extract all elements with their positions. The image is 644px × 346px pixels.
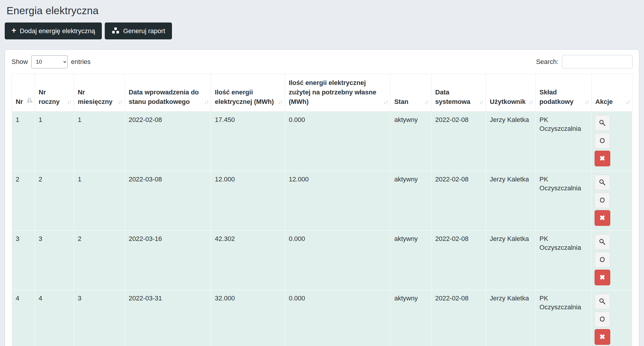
cell: PK Oczyszczalnia <box>535 111 591 171</box>
datatable-controls: Show 10 entries Search: <box>12 55 632 68</box>
cell: 2 <box>35 171 74 230</box>
plus-icon: + <box>12 27 16 35</box>
cell: 1 <box>74 171 125 230</box>
delete-button[interactable]: ✖ <box>595 210 610 226</box>
cell: 2022-02-08 <box>431 111 486 171</box>
actions-cell: ✖ <box>591 230 632 290</box>
cell: 0.000 <box>285 111 390 171</box>
cell: 1 <box>74 111 125 171</box>
cell: 42.302 <box>211 230 285 290</box>
cell: 12.000 <box>211 171 285 230</box>
add-energy-label: Dodaj energię elektryczną <box>20 27 95 35</box>
generate-report-label: Generuj raport <box>123 27 165 35</box>
sort-icon <box>118 98 122 106</box>
table-row: 4432022-03-3132.0000.000aktywny2022-02-0… <box>12 290 632 346</box>
cell: 4 <box>35 290 74 346</box>
column-header-sklad-podatkowy[interactable]: Skład podatkowy <box>535 74 591 112</box>
column-header-nr[interactable]: Nr <box>12 74 35 112</box>
table-row: 2212022-03-0812.00012.000aktywny2022-02-… <box>12 171 632 230</box>
magnifier-icon <box>598 238 606 246</box>
search-control: Search: <box>536 55 632 68</box>
x-icon: ✖ <box>599 215 605 221</box>
actions-cell: ✖ <box>591 111 632 171</box>
sort-icon <box>479 98 483 106</box>
cell: 2022-02-08 <box>431 290 486 346</box>
sort-icon <box>529 98 533 106</box>
x-icon: ✖ <box>599 274 605 281</box>
table-body: 1112022-02-0817.4500.000aktywny2022-02-0… <box>12 111 632 346</box>
search-label: Search: <box>536 58 558 66</box>
view-button[interactable] <box>595 294 610 309</box>
magnifier-icon <box>598 119 606 127</box>
cell: 32.000 <box>211 290 285 346</box>
cell: aktywny <box>390 230 431 290</box>
page-length-control: Show 10 entries <box>12 55 91 68</box>
cubes-icon <box>112 27 120 35</box>
sort-icon <box>204 98 208 106</box>
column-header-ilosc-zuzytej[interactable]: Ilość energii elektrycznej zużytej na po… <box>285 74 390 112</box>
energy-table: Nr Nr roczny Nr miesięczny Data wprowadz… <box>12 74 632 346</box>
table-header-row: Nr Nr roczny Nr miesięczny Data wprowadz… <box>12 74 632 112</box>
table-row: 1112022-02-0817.4500.000aktywny2022-02-0… <box>12 111 632 171</box>
add-energy-button[interactable]: + Dodaj energię elektryczną <box>5 22 102 39</box>
cell: 2022-02-08 <box>431 230 486 290</box>
table-row: 3322022-03-1642.3020.000aktywny2022-02-0… <box>12 230 632 290</box>
cell: Jerzy Kaletka <box>486 290 536 346</box>
sort-icon <box>424 98 429 106</box>
cell: 17.450 <box>211 111 285 171</box>
magnifier-icon <box>598 297 606 305</box>
cell: 0.000 <box>285 290 390 346</box>
cell: 2022-03-08 <box>125 171 211 230</box>
cell: 2022-03-31 <box>125 290 211 346</box>
page-content: Energia elektryczna + Dodaj energię elek… <box>0 0 644 346</box>
cell: Jerzy Kaletka <box>486 171 536 230</box>
column-header-akcje[interactable]: Akcje <box>591 74 632 112</box>
delete-button[interactable]: ✖ <box>595 270 610 285</box>
cell: aktywny <box>390 290 431 346</box>
x-icon: ✖ <box>599 155 605 162</box>
view-button[interactable] <box>595 115 610 131</box>
refresh-icon <box>598 196 606 204</box>
refresh-icon <box>598 315 606 323</box>
cell: 1 <box>35 111 74 171</box>
delete-button[interactable]: ✖ <box>595 329 610 345</box>
sort-desc-icon <box>26 97 33 107</box>
column-header-nr-miesieczny[interactable]: Nr miesięczny <box>74 74 125 112</box>
refresh-button[interactable] <box>595 192 610 208</box>
column-header-stan[interactable]: Stan <box>390 74 431 112</box>
datatable-panel: Show 10 entries Search: Nr <box>5 49 639 346</box>
cell: PK Oczyszczalnia <box>535 171 591 230</box>
search-input[interactable] <box>562 55 632 68</box>
page-length-select[interactable]: 10 <box>31 55 67 68</box>
generate-report-button[interactable]: Generuj raport <box>105 22 172 39</box>
cell: 4 <box>12 290 35 346</box>
sort-icon <box>625 98 629 106</box>
show-label: Show <box>12 58 28 66</box>
column-header-data-wprowadzenia[interactable]: Data wprowadzenia do stanu podatkowego <box>125 74 211 112</box>
entries-label: entries <box>71 58 91 66</box>
view-button[interactable] <box>595 234 610 250</box>
cell: 2022-03-16 <box>125 230 211 290</box>
actions-cell: ✖ <box>591 171 632 230</box>
cell: PK Oczyszczalnia <box>535 230 591 290</box>
view-button[interactable] <box>595 175 610 190</box>
column-header-ilosc-energii[interactable]: Ilość energii elektrycznej (MWh) <box>211 74 285 112</box>
cell: 2 <box>74 230 125 290</box>
cell: aktywny <box>390 111 431 171</box>
refresh-button[interactable] <box>595 311 610 327</box>
actions-cell: ✖ <box>591 290 632 346</box>
column-header-nr-roczny[interactable]: Nr roczny <box>35 74 74 112</box>
cell: 0.000 <box>285 230 390 290</box>
refresh-button[interactable] <box>595 252 610 268</box>
delete-button[interactable]: ✖ <box>595 151 610 166</box>
refresh-button[interactable] <box>595 133 610 149</box>
cell: Jerzy Kaletka <box>486 111 536 171</box>
refresh-icon <box>598 137 606 144</box>
sort-icon <box>278 98 282 106</box>
cell: 2 <box>12 171 35 230</box>
column-header-uzytkownik[interactable]: Użytkownik <box>486 74 536 112</box>
sort-icon <box>383 98 387 106</box>
column-header-data-systemowa[interactable]: Data systemowa <box>431 74 486 112</box>
refresh-icon <box>598 256 606 263</box>
sort-icon <box>67 98 71 106</box>
